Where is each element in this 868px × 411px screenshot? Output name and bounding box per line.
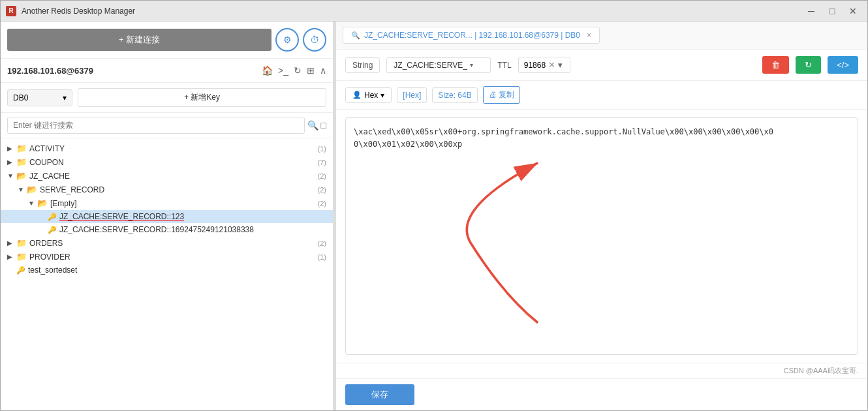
tree-item-key-long[interactable]: 🔑 JZ_CACHE:SERVE_RECORD::169247524912103… <box>1 223 333 236</box>
delete-button[interactable]: 🗑 <box>762 56 789 74</box>
reload-icon[interactable]: ↻ <box>294 65 302 76</box>
active-tab[interactable]: 🔍 JZ_CACHE:SERVE_RECOR... | 192.168.101.… <box>343 27 600 44</box>
titlebar: R Another Redis Desktop Manager ─ □ ✕ <box>1 1 867 22</box>
ttl-label: TTL <box>497 61 511 70</box>
tree-item-serve-record[interactable]: ▼ 📂 SERVE_RECORD (2) <box>1 183 333 196</box>
tab-label: JZ_CACHE:SERVE_RECOR... | 192.168.101.68… <box>364 31 580 40</box>
search-bar: 🔍 □ <box>1 113 333 138</box>
tree: ▶ 📁 ACTIVITY (1) ▶ 📁 COUPON (7) ▼ <box>1 138 333 410</box>
maximize-button[interactable]: □ <box>823 4 841 18</box>
server-info: 192.168.101.68@6379 🏠 >_ ↻ ⊞ ∧ <box>1 59 333 83</box>
tree-item-jz-cache[interactable]: ▼ 📂 JZ_CACHE (2) <box>1 169 333 183</box>
search-input[interactable] <box>7 117 305 134</box>
format-selector[interactable]: 👤 Hex ▾ <box>345 87 392 103</box>
minimize-button[interactable]: ─ <box>802 4 820 18</box>
terminal-icon[interactable]: >_ <box>278 65 288 76</box>
tree-item-empty[interactable]: ▼ 📂 [Empty] (2) <box>1 196 333 210</box>
ttl-clear-icon[interactable]: ✕ <box>548 60 555 70</box>
close-button[interactable]: ✕ <box>844 4 862 18</box>
value-textarea[interactable]: \xac\xed\x00\x05sr\x00+org.springframewo… <box>345 117 858 355</box>
format-label: Hex <box>364 91 378 100</box>
size-tag: Size: 64B <box>432 87 477 103</box>
bottom-bar: 保存 <box>336 378 867 410</box>
key-name-display[interactable]: JZ_CACHE:SERVE_ ▾ <box>386 57 491 73</box>
key-name-dropdown-icon: ▾ <box>470 61 473 68</box>
value-toolbar: 👤 Hex ▾ [Hex] Size: 64B 🖨 复制 <box>336 81 867 110</box>
format-icon: 👤 <box>352 91 362 99</box>
tab-search-icon: 🔍 <box>351 31 360 40</box>
timer-button[interactable]: ⏱ <box>303 28 326 52</box>
server-name: 192.168.101.68@6379 <box>7 66 262 76</box>
app-title: Another Redis Desktop Manager <box>22 7 802 16</box>
watermark: CSDN @AAA码农宝哥. <box>336 363 867 378</box>
refresh-button[interactable]: ↻ <box>796 56 821 74</box>
new-connection-button[interactable]: + 新建连接 <box>7 29 271 51</box>
ttl-value: 91868 ✕ ▾ <box>518 57 570 73</box>
tree-item-test-sortedset[interactable]: 🔑 test_sortedset <box>1 264 333 277</box>
add-key-button[interactable]: + 新增Key <box>78 88 326 107</box>
ttl-accept-icon[interactable]: ▾ <box>558 60 563 70</box>
tab-close-button[interactable]: × <box>587 31 591 40</box>
server-actions: 🏠 >_ ↻ ⊞ ∧ <box>262 65 326 76</box>
tab-bar: 🔍 JZ_CACHE:SERVE_RECOR... | 192.168.101.… <box>336 22 867 50</box>
tree-item-orders[interactable]: ▶ 📁 ORDERS (2) <box>1 236 333 250</box>
tree-item-provider[interactable]: ▶ 📁 PROVIDER (1) <box>1 250 333 264</box>
filter-button[interactable]: □ <box>321 120 326 130</box>
settings-button[interactable]: ⚙ <box>275 28 299 52</box>
right-panel: 🔍 JZ_CACHE:SERVE_RECOR... | 192.168.101.… <box>336 22 867 410</box>
app-icon: R <box>6 6 16 16</box>
db-selector[interactable]: DB0 ▾ <box>7 89 72 106</box>
code-button[interactable]: </> <box>828 56 858 74</box>
collapse-icon[interactable]: ∧ <box>320 65 326 76</box>
tree-item-coupon[interactable]: ▶ 📁 COUPON (7) <box>1 155 333 169</box>
db-row: DB0 ▾ + 新增Key <box>1 83 333 113</box>
hex-tag[interactable]: [Hex] <box>397 87 427 103</box>
type-badge: String <box>345 57 380 73</box>
save-button[interactable]: 保存 <box>345 384 414 405</box>
tree-item-activity[interactable]: ▶ 📁 ACTIVITY (1) <box>1 142 333 155</box>
value-area: \xac\xed\x00\x05sr\x00+org.springframewo… <box>336 110 867 363</box>
left-panel: + 新建连接 ⚙ ⏱ 192.168.101.68@6379 🏠 >_ ↻ ⊞ … <box>1 22 333 410</box>
conn-bar: + 新建连接 ⚙ ⏱ <box>1 22 333 59</box>
tree-item-key-123[interactable]: 🔑 JZ_CACHE:SERVE_RECORD::123 <box>1 210 333 223</box>
search-button[interactable]: 🔍 <box>307 120 318 130</box>
copy-button[interactable]: 🖨 复制 <box>483 86 520 104</box>
key-header: String JZ_CACHE:SERVE_ ▾ TTL 91868 ✕ ▾ 🗑… <box>336 50 867 81</box>
home-icon[interactable]: 🏠 <box>262 65 273 76</box>
window-controls: ─ □ ✕ <box>802 4 862 18</box>
grid-icon[interactable]: ⊞ <box>307 65 315 76</box>
